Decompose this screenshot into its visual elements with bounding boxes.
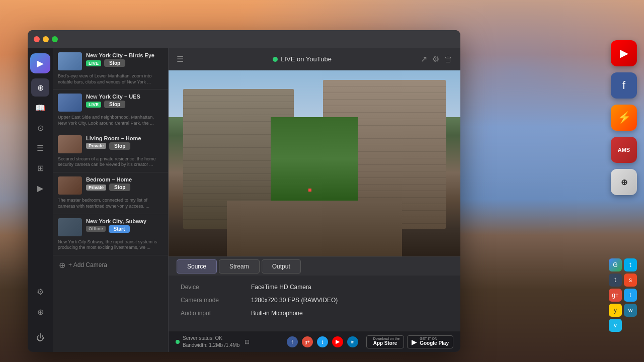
store-badges: Download on the App Store ▶ GET IT ON Go… [366,335,453,348]
source-row-camera-mode: Camera mode 644x362 30 FPS (RAWVIDEO) [181,297,448,304]
twitter-icon[interactable]: t [624,289,637,302]
camera-thumb-5 [58,218,82,236]
sidebar-item-location[interactable]: ⊙ [31,119,49,137]
sidebar-item-power[interactable]: ⏻ [31,329,49,347]
camera-desc-3: Secured stream of a private residence, t… [58,156,163,168]
add-camera-icon: ⊕ [59,260,65,270]
location-icon: ⊙ [37,123,44,133]
g-icon[interactable]: G [609,258,622,272]
add-camera-label: + Add Camera [68,261,107,268]
camera-stop-btn-2[interactable]: Stop [104,101,125,108]
camera-thumb-3 [58,135,82,153]
camera-mode-value: 644x362 30 FPS (RAWVIDEO) [251,297,338,304]
camera-item-3[interactable]: Living Room – Home Private Stop Secured … [53,131,168,172]
yahoo-icon[interactable]: y [609,304,622,317]
camera-start-btn-5[interactable]: Start [109,225,130,233]
ams-desktop-icon[interactable]: AMS [611,137,637,163]
camera-list: New York City – Birds Eye LIVE Stop Bird… [53,48,169,352]
list-icon: ☰ [37,143,44,153]
traffic-light-indicator [308,189,311,192]
social-youtube[interactable]: ▶ [332,336,343,347]
delete-button[interactable]: 🗑 [444,55,452,64]
video-overlay [169,70,460,256]
app-store-sub: Download on the [373,337,400,340]
device-value: FaceTime HD Camera [251,284,311,291]
five-desktop-icon[interactable]: ⊕ [611,169,637,195]
sidebar-item-add[interactable]: ⊕ [31,303,49,321]
sidebar-item-maps[interactable]: 📖 [31,99,49,117]
app-store-label: App Store [373,340,400,346]
tab-bar: Source Stream Output [169,256,460,276]
home-icon: ⊕ [37,83,44,93]
live-text: LIVE on YouTube [281,55,332,63]
main-content: ▶ ⊕ 📖 ⊙ ☰ ⊞ ▶ ⚙ [28,48,460,352]
sidebar-item-home[interactable]: ⊕ [31,78,49,97]
bandwidth-text: Bandwidth: 1.2Mb /1.4Mb [183,342,239,349]
audio-value: Built-in Microphone [251,310,303,317]
footer: Server status: OK Bandwidth: 1.2Mb /1.4M… [169,331,460,352]
settings-button[interactable]: ⚙ [432,54,439,64]
video-preview [169,70,460,256]
minimize-button[interactable] [43,36,49,42]
camera-desc-4: The master bedroom, connected to my list… [58,198,163,209]
source-row-audio: Audio input Built-in Microphone [181,310,448,317]
stumble-icon[interactable]: s [624,274,637,287]
sidebar-icons: ▶ ⊕ 📖 ⊙ ☰ ⊞ ▶ ⚙ [28,48,53,352]
trees-area [271,117,358,201]
wordpress-icon[interactable]: w [624,304,637,317]
source-row-device: Device FaceTime HD Camera [181,284,448,291]
gplus-icon[interactable]: g+ [609,289,622,302]
sidebar-item-video[interactable]: ▶ [31,179,49,197]
social-twitter[interactable]: t [317,336,328,347]
title-bar [28,30,460,48]
camera-item-1[interactable]: New York City – Birds Eye LIVE Stop Bird… [53,48,168,89]
camera-status-5: Offline [86,226,106,232]
bandwidth-icon: ⊟ [245,338,250,345]
audio-label: Audio input [181,310,251,317]
map-icon: 📖 [35,103,45,113]
grid-icon: ⊞ [37,163,44,173]
close-button[interactable] [34,36,40,42]
sidebar-item-grid[interactable]: ⊞ [31,159,49,177]
youtube-desktop-icon[interactable]: ▶ [611,40,637,66]
camera-status-3: Private [86,143,106,149]
social-googleplus[interactable]: g+ [302,336,313,347]
camera-item-2[interactable]: New York City – UES LIVE Stop Upper East… [53,89,168,131]
camera-item-4[interactable]: Bedroom – Home Private Stop The master b… [53,172,168,214]
social-linkedin[interactable]: in [347,336,358,347]
camera-desc-5: New York City Subway, the rapid transit … [58,239,163,251]
camera-name-5: New York City, Subway [86,218,163,224]
t-icon[interactable]: t [624,258,637,272]
app-store-badge[interactable]: Download on the App Store [366,335,405,348]
menu-icon[interactable]: ☰ [177,54,184,64]
camera-stop-btn-4[interactable]: Stop [109,184,130,191]
camera-desc-1: Bird's-eye view of Lower Manhattan, zoom… [58,73,163,85]
add-camera-button[interactable]: ⊕ + Add Camera [53,255,168,275]
camera-stop-btn-3[interactable]: Stop [109,142,130,150]
camera-item-5[interactable]: New York City, Subway Offline Start New … [53,214,168,255]
server-status: Server status: OK Bandwidth: 1.2Mb /1.4M… [176,335,287,349]
vimeo-icon[interactable]: v [609,319,622,332]
google-play-badge[interactable]: ▶ GET IT ON Google Play [407,335,453,348]
app-logo[interactable]: ▶ [30,53,50,73]
tumblr-icon[interactable]: t [609,274,622,287]
camera-name-2: New York City – UES [86,94,163,100]
tab-source[interactable]: Source [177,259,217,274]
tab-output[interactable]: Output [262,259,301,274]
share-button[interactable]: ↗ [421,54,427,64]
social-icons: f g+ t ▶ in [287,336,358,347]
facebook-desktop-icon[interactable]: f [611,72,637,99]
server-status-dot [176,340,180,344]
camera-stop-btn-1[interactable]: Stop [104,59,125,67]
header-bar: ☰ LIVE on YouTube ↗ ⚙ 🗑 [169,48,460,70]
google-play-label: Google Play [420,340,449,346]
fullscreen-button[interactable] [52,36,58,42]
thunder-desktop-icon[interactable]: ⚡ [611,105,637,131]
social-facebook[interactable]: f [287,336,298,347]
tab-stream[interactable]: Stream [219,259,260,274]
sidebar-item-list[interactable]: ☰ [31,139,49,157]
live-indicator: LIVE on YouTube [273,55,332,63]
sidebar-item-settings[interactable]: ⚙ [31,283,49,301]
power-icon: ⏻ [36,333,44,342]
camera-status-1: LIVE [86,60,101,66]
